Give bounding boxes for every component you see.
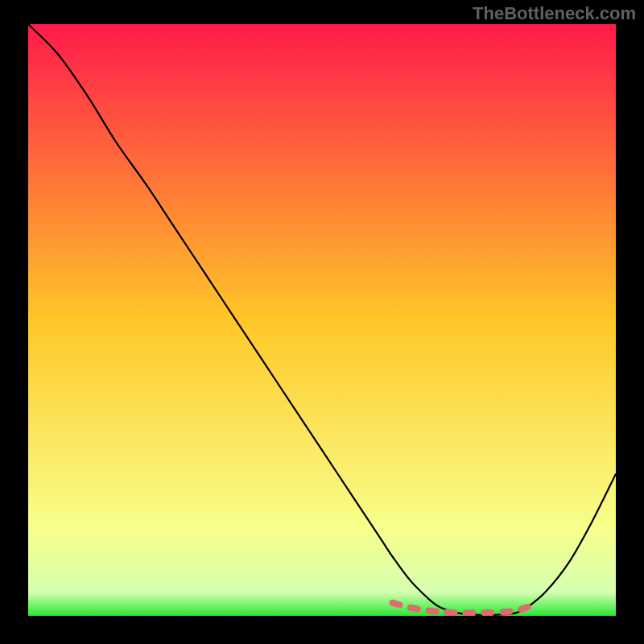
chart-svg: [28, 24, 616, 616]
chart-background: [28, 24, 616, 616]
watermark-text: TheBottleneck.com: [473, 3, 636, 24]
chart-area: [28, 24, 616, 616]
